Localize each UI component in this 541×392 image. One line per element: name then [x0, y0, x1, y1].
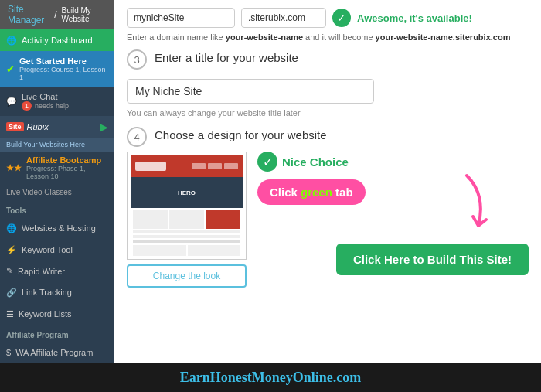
footer-label: EarnHonestMoneyOnline.com	[180, 370, 362, 385]
sidebar: Site Manager / Build My Website Activity…	[0, 0, 114, 363]
theme-mock: HERO	[131, 155, 243, 256]
siterubix-label: Rubix	[27, 122, 49, 131]
website-title-input[interactable]	[127, 79, 374, 104]
lightning-icon	[6, 244, 17, 255]
domain-ext-input[interactable]	[241, 8, 326, 28]
breadcrumb-sep: /	[54, 9, 56, 20]
theme-row2	[133, 235, 240, 238]
theme-image-container: HERO	[127, 152, 247, 260]
step3-circle: 3	[127, 49, 147, 70]
theme-col2	[188, 245, 241, 256]
sidebar-item-activity-dashboard[interactable]: Activity Dashboard	[0, 29, 114, 51]
content-area: ✓ Awesome, it's available! Enter a domai…	[114, 0, 541, 363]
sidebar-item-keyword-tool[interactable]: Keyword Tool	[0, 239, 114, 261]
footer: EarnHonestMoneyOnline.com	[0, 363, 541, 392]
theme-nav1	[192, 163, 206, 169]
step3-title: Enter a title for your website	[155, 49, 298, 64]
siterubix-logo: Site	[6, 122, 24, 131]
domain-input[interactable]	[127, 8, 235, 28]
chat-badge: 1	[22, 101, 32, 111]
theme-card1	[133, 210, 168, 229]
design-section: HERO	[127, 152, 529, 288]
step4-title: Choose a design for your website	[155, 127, 327, 141]
site-manager-link[interactable]: Site Manager	[8, 4, 49, 26]
theme-hero: HERO	[131, 177, 243, 208]
breadcrumb-current: Build My Website	[62, 6, 107, 23]
nice-check-icon: ✓	[257, 152, 277, 172]
domain-available-icon: ✓	[332, 9, 351, 27]
theme-nav2	[208, 163, 222, 169]
arrow-down-indicator	[444, 172, 490, 237]
theme-card2	[169, 210, 204, 229]
globe-icon	[6, 35, 17, 46]
theme-row1	[133, 230, 240, 233]
step3-row: 3 Enter a title for your website	[127, 49, 529, 70]
sidebar-item-wa-affiliate[interactable]: WA Affiliate Program	[0, 342, 114, 363]
affiliate-program-section-label: Affiliate Program	[0, 325, 114, 342]
star-icon: ★	[6, 163, 22, 173]
domain-available-text: Awesome, it's available!	[357, 12, 472, 24]
build-site-button[interactable]: Click Here to Build This Site!	[336, 244, 529, 275]
step4-circle: 4	[127, 127, 147, 147]
sidebar-item-live-video[interactable]: Live Video Classes	[0, 184, 114, 200]
sidebar-item-link-tracking[interactable]: Link Tracking	[0, 281, 114, 303]
change-look-button[interactable]: Change the look	[127, 264, 247, 288]
sidebar-item-get-started[interactable]: ✔ Get Started Here Progress: Course 1, L…	[0, 51, 114, 87]
arrow-svg	[444, 172, 490, 233]
top-bar: Site Manager / Build My Website	[0, 0, 114, 29]
main-content: ✓ Awesome, it's available! Enter a domai…	[114, 0, 541, 363]
domain-hint: Enter a domain name like your-website-na…	[127, 32, 529, 42]
tools-section-label: Tools	[0, 200, 114, 217]
title-hint: You can always change your website title…	[127, 108, 529, 118]
dollar-icon	[6, 347, 11, 358]
theme-row3	[133, 240, 240, 243]
sidebar-item-siterubix[interactable]: Site Rubix ▶	[0, 116, 114, 138]
chat-icon	[6, 96, 17, 107]
click-text: Click	[270, 186, 301, 199]
sidebar-item-build-websites[interactable]: Build Your Websites Here	[0, 138, 114, 152]
arrow-right-icon: ▶	[100, 121, 108, 133]
sidebar-item-websites-hosting[interactable]: Websites & Hosting	[0, 217, 114, 239]
design-right: ✓ Nice Choice Click green tab Click Here…	[257, 152, 529, 275]
circle-check-icon: ✔	[6, 63, 15, 75]
sidebar-item-live-chat[interactable]: Live Chat 1 needs help	[0, 87, 114, 116]
domain-row: ✓ Awesome, it's available!	[127, 8, 529, 28]
green-word: green	[301, 186, 332, 199]
tab-text: tab	[332, 186, 353, 199]
nice-choice-text: Nice Choice	[282, 155, 349, 169]
sidebar-item-keyword-lists[interactable]: Keyword Lists	[0, 303, 114, 325]
theme-preview: HERO	[127, 152, 247, 288]
theme-logo-mock	[135, 162, 166, 171]
link-icon	[6, 287, 17, 298]
theme-col1	[133, 245, 186, 256]
sidebar-item-affiliate-bootcamp[interactable]: ★ Affiliate Bootcamp Progress: Phase 1, …	[0, 152, 114, 184]
list-icon	[6, 308, 14, 319]
globe2-icon	[6, 223, 17, 233]
click-green-tab-bubble: Click green tab	[257, 179, 366, 205]
nice-choice-row: ✓ Nice Choice	[257, 152, 529, 172]
theme-nav3	[224, 163, 238, 169]
step4-row: 4 Choose a design for your website	[127, 127, 529, 147]
pencil-icon: ✎	[6, 266, 13, 276]
sidebar-item-rapid-writer[interactable]: ✎ Rapid Writer	[0, 261, 114, 281]
theme-card3	[206, 210, 240, 229]
